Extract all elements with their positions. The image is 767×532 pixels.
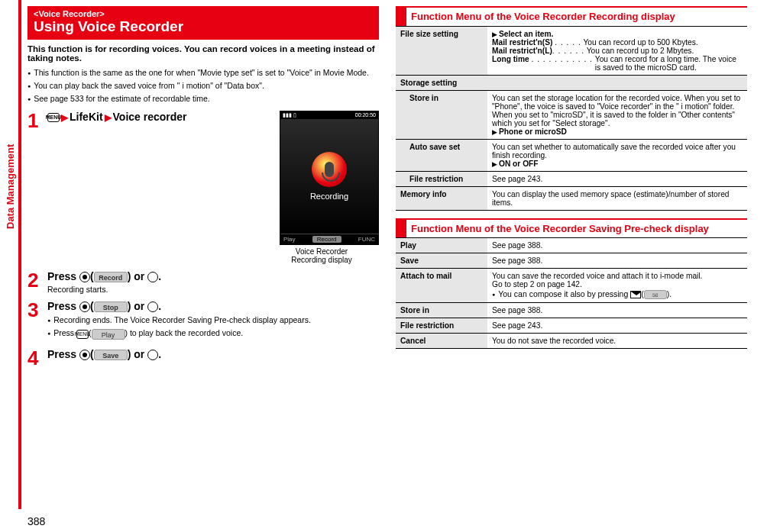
page-columns: <Voice Recorder> Using Voice Recorder Th… [28, 6, 761, 368]
stop-softkey-label: Stop [94, 301, 128, 312]
phone-status-time: 00:20:50 [355, 112, 376, 118]
file-size-body: ▶Select an item. Mail restrict'n(S) . . … [487, 27, 747, 76]
record-softkey-label: Record [94, 272, 128, 282]
intro-text: This function is for recording voices. Y… [28, 44, 379, 63]
menu-key-icon: MENU [47, 113, 60, 122]
intro-bullet: This function is the same as the one for… [28, 67, 379, 78]
cancel-body: You do not save the recorded voice. [487, 334, 747, 349]
side-tab-label: Data Management [5, 144, 16, 229]
banner-subtitle: <Voice Recorder> [34, 9, 373, 18]
save-softkey-label: Save [94, 350, 128, 360]
step-number: 2 [28, 270, 44, 294]
step2-title: Press (Record) or . [47, 270, 379, 282]
round-key-icon [147, 272, 158, 282]
memory-info-label: Memory info [396, 186, 487, 210]
step-number: 1 [28, 111, 44, 264]
file-restriction-label: File restriction [396, 171, 487, 186]
right-column: Function Menu of the Voice Recorder Reco… [396, 6, 747, 368]
page-number: 388 [28, 515, 45, 527]
step1-part1: LifeKit [70, 111, 103, 123]
section2-table: Play See page 388. Save See page 388. At… [396, 238, 747, 349]
center-key-icon [79, 301, 90, 312]
auto-save-choice: ON or OFF [499, 160, 539, 168]
phone-softkey-center: Record [312, 236, 341, 243]
step-number: 4 [28, 348, 44, 368]
save-body: See page 388. [487, 253, 747, 269]
step-number: 3 [28, 300, 44, 342]
step-2: 2 Press (Record) or . Recording starts. [28, 270, 379, 294]
intro-bullet: See page 533 for the estimate of recorda… [28, 93, 379, 104]
intro-bullet: You can play back the saved voice from "… [28, 80, 379, 91]
step1-part2: Voice recorder [113, 111, 187, 123]
arrow-icon: ▶ [492, 160, 497, 168]
mail-key-icon [630, 291, 641, 298]
step-3: 3 Press (Stop) or . Recording ends. The … [28, 300, 379, 342]
phone-recording-label: Recording [310, 192, 348, 201]
step3-play-bullet: Press MENU(Play) to play back the record… [47, 327, 379, 339]
step3-bullet: Recording ends. The Voice Recorder Savin… [47, 314, 379, 325]
mail-softkey-icon [644, 290, 667, 299]
memory-info-body: You can display the used memory space (e… [487, 186, 747, 210]
play-softkey-label: Play [92, 329, 125, 340]
step-4: 4 Press (Save) or . [28, 348, 379, 368]
arrow-icon: ▶ [492, 128, 497, 136]
file-restriction2-body: See page 243. [487, 318, 747, 334]
file-size-label: File size setting [396, 27, 487, 76]
menu-key-icon: MENU [76, 330, 89, 339]
attach-body: You can save the recorded voice and atta… [487, 269, 747, 303]
phone-status-left: ▮▮▮ ▯ [283, 112, 296, 118]
phone-softkeys: Play Record FUNC [280, 234, 378, 244]
store-in-label: Store in [396, 90, 487, 139]
phone-mock: ▮▮▮ ▯ 00:20:50 Recording Play Record FUN… [280, 111, 379, 245]
step2-sub: Recording starts. [47, 285, 379, 294]
select-item-prompt: Select an item. [499, 30, 553, 38]
arrow-icon: ▶ [492, 31, 497, 38]
phone-mock-container: ▮▮▮ ▯ 00:20:50 Recording Play Record FUN… [264, 111, 379, 264]
center-key-icon [79, 350, 90, 360]
storage-setting-header: Storage setting [396, 75, 747, 90]
microphone-icon [312, 152, 347, 187]
step1-title: MENU▶LifeKit▶Voice recorder [47, 111, 264, 123]
center-key-icon [79, 272, 90, 282]
arrow-icon: ▶ [61, 112, 68, 123]
auto-save-body: You can set whether to automatically sav… [487, 139, 747, 171]
section2-title: Function Menu of the Voice Recorder Savi… [411, 220, 709, 238]
phone-softkey-left: Play [283, 236, 296, 243]
step3-title: Press (Stop) or . [47, 300, 379, 312]
store-in2-body: See page 388. [487, 303, 747, 318]
round-key-icon [147, 301, 158, 312]
title-banner: <Voice Recorder> Using Voice Recorder [28, 6, 379, 40]
section1-title: Function Menu of the Voice Recorder Reco… [411, 8, 675, 26]
left-column: <Voice Recorder> Using Voice Recorder Th… [28, 6, 379, 368]
store-in2-label: Store in [396, 303, 487, 318]
store-in-body: You can set the storage location for the… [487, 90, 747, 139]
save-label: Save [396, 253, 487, 269]
step4-title: Press (Save) or . [47, 348, 379, 360]
phone-caption: Voice Recorder Recording display [264, 247, 379, 264]
section1-table: File size setting ▶Select an item. Mail … [396, 27, 747, 211]
banner-title: Using Voice Recorder [34, 18, 373, 35]
step-1: 1 MENU▶LifeKit▶Voice recorder ▮▮▮ ▯ 00:2… [28, 111, 379, 264]
side-accent-line [18, 0, 21, 509]
play-label: Play [396, 238, 487, 253]
arrow-icon: ▶ [105, 112, 112, 123]
section2-header: Function Menu of the Voice Recorder Savi… [396, 218, 747, 239]
section1-header: Function Menu of the Voice Recorder Reco… [396, 6, 747, 27]
file-restriction2-label: File restriction [396, 318, 487, 334]
auto-save-label: Auto save set [396, 139, 487, 171]
file-restriction-body: See page 243. [487, 171, 747, 186]
phone-status-bar: ▮▮▮ ▯ 00:20:50 [280, 111, 378, 119]
round-key-icon [147, 350, 158, 360]
phone-screen: Recording [280, 119, 378, 234]
store-in-choice: Phone or microSD [499, 127, 567, 136]
play-body: See page 388. [487, 238, 747, 253]
attach-label: Attach to mail [396, 269, 487, 303]
phone-softkey-right: FUNC [358, 236, 375, 243]
cancel-label: Cancel [396, 334, 487, 349]
